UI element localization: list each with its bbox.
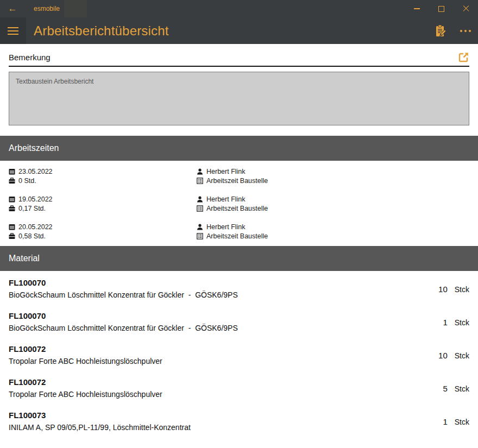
material-code: FL100070 xyxy=(9,277,435,288)
material-row[interactable]: FL100070 BioGöckSchaum Löschmittel Konze… xyxy=(0,271,478,304)
time-entry-hours: 0,17 Std. xyxy=(18,205,46,212)
time-entry-date: 23.05.2022 xyxy=(18,168,53,175)
person-icon xyxy=(197,168,203,175)
time-entry-row[interactable]: 23.05.2022 0 Std. Her xyxy=(9,167,469,185)
close-icon xyxy=(463,5,469,12)
page-title: Arbeitsberichtübersicht xyxy=(34,23,169,39)
hamburger-menu-icon xyxy=(8,27,18,28)
material-quantity: 10 xyxy=(435,351,448,360)
hamburger-menu-button[interactable] xyxy=(0,17,26,44)
material-description: BioGöckSchaum Löschmittel Konzentrat für… xyxy=(9,290,435,300)
titlebar-highlight xyxy=(64,0,87,17)
material-row[interactable]: FL100070 BioGöckSchaum Löschmittel Konze… xyxy=(0,304,478,337)
bemerkung-label: Bemerkung xyxy=(9,53,51,62)
work-report-button[interactable] xyxy=(428,17,453,44)
minimize-icon xyxy=(414,8,420,9)
time-entry-row[interactable]: 19.05.2022 0,17 Std. xyxy=(9,194,469,213)
calendar-icon xyxy=(9,196,15,203)
bemerkung-underline xyxy=(9,66,469,67)
calendar-icon xyxy=(9,168,15,175)
clipboard-edit-icon xyxy=(435,24,447,37)
material-code: FL100073 xyxy=(9,410,435,420)
report-lines-icon xyxy=(197,205,203,212)
close-button[interactable] xyxy=(454,0,478,17)
material-row[interactable]: FL100072 Tropolar Forte ABC Hochleistung… xyxy=(0,337,478,370)
calendar-icon xyxy=(9,224,15,230)
briefcase-icon xyxy=(9,205,15,212)
material-quantity: 10 xyxy=(435,285,448,294)
time-entry-person: Herbert Flink xyxy=(206,168,246,175)
material-quantity: 1 xyxy=(435,417,448,426)
material-unit: Stck xyxy=(455,351,469,360)
material-row[interactable]: FL100072 Tropolar Forte ABC Hochleistung… xyxy=(0,370,478,403)
material-unit: Stck xyxy=(455,418,469,426)
material-unit: Stck xyxy=(455,318,469,327)
arbeitszeiten-list: 23.05.2022 0 Std. Her xyxy=(0,161,478,246)
briefcase-icon xyxy=(9,178,15,184)
material-row[interactable]: FL100073 INILAM A, SP 09/05,PL-11/99, Lö… xyxy=(0,403,478,437)
window-app-title: esmobile xyxy=(34,5,60,12)
time-entry-hours: 0 Std. xyxy=(18,177,36,185)
report-lines-icon xyxy=(197,233,203,239)
material-code: FL100070 xyxy=(9,311,435,321)
person-icon xyxy=(197,224,203,230)
maximize-icon xyxy=(438,6,444,12)
time-entry-type: Arbeitszeit Baustelle xyxy=(206,205,268,212)
time-entry-date: 20.05.2022 xyxy=(18,223,53,231)
time-entry-person: Herbert Flink xyxy=(206,223,246,231)
ellipsis-more-icon xyxy=(460,30,471,32)
time-entry-type: Arbeitszeit Baustelle xyxy=(206,177,268,185)
window-titlebar: ← esmobile xyxy=(0,0,478,17)
material-code: FL100072 xyxy=(9,344,435,354)
minimize-button[interactable] xyxy=(405,0,429,17)
material-code: FL100072 xyxy=(9,377,435,387)
material-description: Tropolar Forte ABC Hochleistungslöschpul… xyxy=(9,389,435,400)
material-quantity: 5 xyxy=(435,384,448,393)
material-header: Material xyxy=(0,246,478,271)
briefcase-icon xyxy=(9,233,15,239)
material-list: FL100070 BioGöckSchaum Löschmittel Konze… xyxy=(0,271,478,437)
bemerkung-textarea[interactable]: Textbaustein Arbeitsbericht xyxy=(9,72,469,125)
time-entry-hours: 0,58 Std. xyxy=(18,232,46,240)
material-description: INILAM A, SP 09/05,PL-11/99, Löschmittel… xyxy=(9,422,435,433)
more-options-button[interactable] xyxy=(453,17,478,44)
material-description: BioGöckSchaum Löschmittel Konzentrat für… xyxy=(9,323,435,333)
material-unit: Stck xyxy=(455,384,469,393)
back-button[interactable]: ← xyxy=(0,0,25,17)
back-arrow-icon: ← xyxy=(8,3,17,14)
time-entry-row[interactable]: 20.05.2022 0,58 Std. xyxy=(9,222,469,241)
material-description: Tropolar Forte ABC Hochleistungslöschpul… xyxy=(9,356,435,367)
maximize-button[interactable] xyxy=(429,0,454,17)
arbeitszeiten-header: Arbeitszeiten xyxy=(0,136,478,161)
material-unit: Stck xyxy=(455,285,469,294)
time-entry-date: 19.05.2022 xyxy=(18,195,53,203)
time-entry-person: Herbert Flink xyxy=(206,195,246,203)
app-header-bar: Arbeitsberichtübersicht xyxy=(0,17,478,44)
person-icon xyxy=(197,196,203,203)
open-edit-icon[interactable] xyxy=(458,52,469,62)
report-lines-icon xyxy=(197,178,203,184)
time-entry-type: Arbeitszeit Baustelle xyxy=(206,232,268,240)
material-quantity: 1 xyxy=(435,318,448,327)
